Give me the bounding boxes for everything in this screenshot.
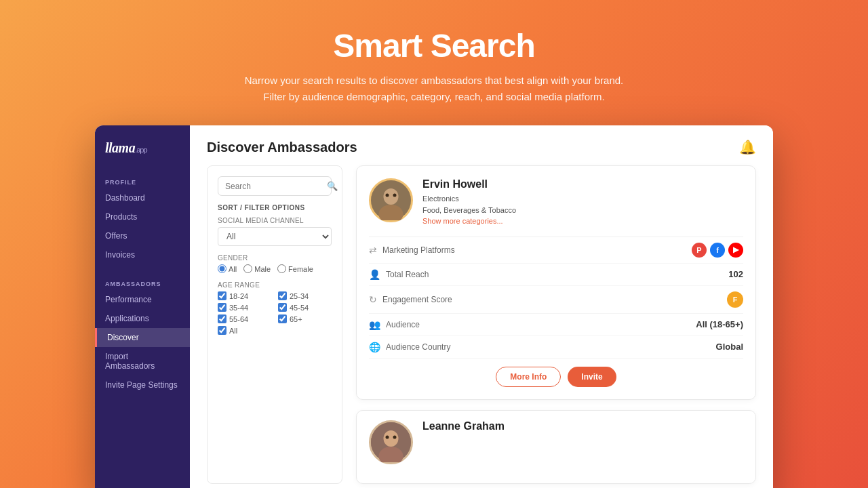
svg-point-4: [393, 194, 397, 197]
search-box[interactable]: 🔍: [218, 176, 332, 196]
svg-point-8: [386, 435, 389, 439]
stat-reach: 👤 Total Reach 102: [369, 264, 743, 286]
sidebar-item-dashboard[interactable]: Dashboard: [95, 188, 190, 207]
social-media-select[interactable]: All Instagram Facebook YouTube TikTok: [218, 227, 332, 246]
audience-value: All (18-65+): [696, 319, 743, 329]
svg-point-3: [386, 194, 389, 197]
age-range-grid: 18-24 25-34 35-44 45-54 55-64: [218, 291, 332, 323]
ambassador-info-ervin: Ervin Howell Electronics Food, Beverages…: [422, 178, 516, 227]
country-icon: 🌐: [369, 342, 380, 352]
sidebar-item-import[interactable]: Import Ambassadors: [95, 347, 190, 375]
country-value: Global: [716, 342, 743, 352]
sidebar-item-invite-settings[interactable]: Invite Page Settings: [95, 375, 190, 394]
ambassador-card-leanne: Leanne Graham: [356, 410, 756, 484]
stat-audience: 👥 Audience All (18-65+): [369, 314, 743, 336]
stat-country: 🌐 Audience Country Global: [369, 336, 743, 359]
invite-button-ervin[interactable]: Invite: [568, 367, 616, 387]
age-65plus[interactable]: 65+: [278, 314, 332, 323]
card-actions-ervin: More Info Invite: [369, 367, 743, 387]
stat-label-platforms: ⇄ Marketing Platforms: [369, 245, 455, 256]
show-more-ervin[interactable]: Show more categories...: [422, 216, 516, 227]
avatar-image-leanne: [371, 422, 411, 462]
search-input[interactable]: [225, 182, 327, 191]
stat-engagement: ↻ Engagement Score F: [369, 286, 743, 314]
sidebar-item-performance[interactable]: Performance: [95, 290, 190, 309]
filter-section-title: SORT / FILTER OPTIONS: [218, 204, 332, 211]
sidebar: llama.app PROFILE Dashboard Products Off…: [95, 125, 190, 488]
social-media-label: SOCIAL MEDIA CHANNEL: [218, 217, 332, 224]
more-info-button-ervin[interactable]: More Info: [496, 367, 561, 387]
main-content: Discover Ambassadors 🔔 🔍 SORT / FILTER O…: [190, 125, 773, 488]
search-icon: 🔍: [327, 181, 338, 191]
age-35-44[interactable]: 35-44: [218, 303, 271, 312]
sidebar-item-invoices[interactable]: Invoices: [95, 245, 190, 264]
sidebar-section-profile: PROFILE: [95, 174, 190, 188]
share-icon: ⇄: [369, 245, 377, 256]
ambassador-name-ervin: Ervin Howell: [422, 178, 516, 190]
gender-female[interactable]: Female: [277, 264, 313, 273]
hero-description: Narrow your search results to discover a…: [245, 73, 624, 105]
svg-point-9: [393, 435, 397, 439]
card-header-leanne: Leanne Graham: [369, 420, 743, 464]
sidebar-item-products[interactable]: Products: [95, 207, 190, 226]
badge-facebook: f: [710, 243, 725, 258]
audience-icon: 👥: [369, 319, 380, 330]
engagement-icon: ↻: [369, 294, 377, 305]
age-55-64[interactable]: 55-64: [218, 314, 271, 323]
card-header-ervin: Ervin Howell Electronics Food, Beverages…: [369, 178, 743, 227]
sidebar-item-offers[interactable]: Offers: [95, 226, 190, 245]
avatar-image-ervin: [371, 180, 411, 220]
filter-panel: 🔍 SORT / FILTER OPTIONS SOCIAL MEDIA CHA…: [207, 165, 342, 484]
age-18-24[interactable]: 18-24: [218, 291, 271, 300]
card-stats-ervin: ⇄ Marketing Platforms P f ▶ 👤: [369, 237, 743, 359]
page-title: Discover Ambassadors: [207, 140, 357, 155]
bell-icon[interactable]: 🔔: [739, 139, 756, 155]
sidebar-item-discover[interactable]: Discover: [95, 328, 190, 347]
avatar-ervin: [369, 178, 413, 222]
app-window: llama.app PROFILE Dashboard Products Off…: [95, 125, 773, 488]
reach-value: 102: [728, 269, 743, 279]
gender-label: GENDER: [218, 254, 332, 262]
age-all[interactable]: All: [218, 326, 332, 335]
ambassador-info-leanne: Leanne Graham: [422, 420, 505, 435]
hero-section: Smart Search Narrow your search results …: [231, 0, 637, 125]
gender-all[interactable]: All: [218, 264, 237, 273]
reach-icon: 👤: [369, 269, 380, 280]
age-25-34[interactable]: 25-34: [278, 291, 332, 300]
ambassador-card-ervin: Ervin Howell Electronics Food, Beverages…: [356, 165, 756, 400]
logo: llama.app: [95, 139, 190, 174]
sidebar-section-ambassadors: AMBASSADORS: [95, 275, 190, 290]
ambassador-name-leanne: Leanne Graham: [422, 420, 505, 432]
svg-point-6: [384, 430, 399, 447]
gender-male[interactable]: Male: [243, 264, 271, 273]
avatar-leanne: [369, 420, 413, 464]
platform-badges: P f ▶: [692, 243, 743, 258]
badge-youtube: ▶: [728, 243, 743, 258]
content-area: 🔍 SORT / FILTER OPTIONS SOCIAL MEDIA CHA…: [207, 165, 756, 484]
gender-options: All Male Female: [218, 264, 332, 273]
svg-point-1: [384, 188, 399, 205]
sidebar-item-applications[interactable]: Applications: [95, 309, 190, 328]
top-bar: Discover Ambassadors 🔔: [207, 139, 756, 155]
stat-platforms: ⇄ Marketing Platforms P f ▶: [369, 237, 743, 264]
age-45-54[interactable]: 45-54: [278, 303, 332, 312]
hero-title: Smart Search: [245, 27, 624, 64]
age-label: AGE RANGE: [218, 281, 332, 289]
results-panel: Ervin Howell Electronics Food, Beverages…: [356, 165, 756, 484]
engagement-badge: F: [727, 291, 743, 308]
ambassador-cat-ervin: Electronics Food, Beverages & Tobacco Sh…: [422, 193, 516, 227]
badge-pinterest: P: [692, 243, 707, 258]
